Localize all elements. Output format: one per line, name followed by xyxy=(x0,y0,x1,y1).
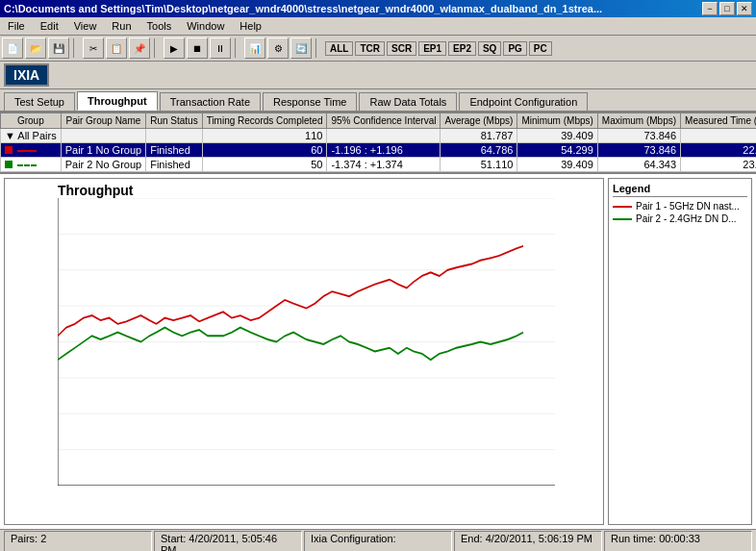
legend-item-pair2: Pair 2 - 2.4GHz DN D... xyxy=(613,213,747,224)
chart-svg: 77.700 70.000 60.000 50.000 40.000 30.00… xyxy=(58,198,555,486)
tab-raw-data[interactable]: Raw Data Totals xyxy=(359,92,457,111)
status-bar: Pairs: 2 Start: 4/20/2011, 5:05:46 PM Ix… xyxy=(0,529,756,551)
tb-refresh[interactable]: 🔄 xyxy=(290,38,312,59)
col-average: Average (Mbps) xyxy=(441,113,517,129)
allpairs-average: 81.787 xyxy=(441,129,517,143)
allpairs-maximum: 73.846 xyxy=(597,129,680,143)
menu-run[interactable]: Run xyxy=(108,19,135,33)
legend-line-pair1 xyxy=(613,206,632,208)
menu-window[interactable]: Window xyxy=(183,19,228,33)
col-run-status: Run Status xyxy=(146,113,202,129)
allpairs-pair-group xyxy=(61,129,145,143)
menu-edit[interactable]: Edit xyxy=(37,19,63,33)
allpairs-group: ▼ All Pairs xyxy=(1,129,62,143)
main-content: Group Pair Group Name Run Status Timing … xyxy=(0,113,756,529)
toolbar-ep1-label[interactable]: EP1 xyxy=(418,41,446,56)
status-end: End: 4/20/2011, 5:06:19 PM xyxy=(454,531,602,551)
toolbar-separator-1 xyxy=(73,38,79,58)
menu-help[interactable]: Help xyxy=(236,19,265,33)
pair1-records: 60 xyxy=(202,143,327,158)
tab-test-setup[interactable]: Test Setup xyxy=(4,92,75,111)
tb-open[interactable]: 📂 xyxy=(25,38,46,59)
table-row-pair1[interactable]: Pair 1 No Group Finished 60 -1.196 : +1.… xyxy=(1,143,757,158)
pair1-measured: 22.227 xyxy=(681,143,756,158)
legend-label-pair2: Pair 2 - 2.4GHz DN D... xyxy=(636,213,736,224)
tab-bar: Test Setup Throughput Transaction Rate R… xyxy=(0,91,756,113)
menu-bar: File Edit View Run Tools Window Help xyxy=(0,17,756,36)
status-ixia-config: Ixia Configuration: xyxy=(304,531,452,551)
col-records: Timing Records Completed xyxy=(202,113,327,129)
toolbar-pc-label[interactable]: PC xyxy=(529,41,552,56)
toolbar-ep2-label[interactable]: EP2 xyxy=(448,41,476,56)
toolbar-sq-label[interactable]: SQ xyxy=(478,41,501,56)
pair2-group xyxy=(1,158,62,172)
tb-run[interactable]: ▶ xyxy=(164,38,185,59)
table-row-pair2[interactable]: Pair 2 No Group Finished 50 -1.374 : +1.… xyxy=(1,158,757,172)
toolbar-separator-3 xyxy=(235,38,240,58)
tb-copy[interactable]: 📋 xyxy=(106,38,127,59)
tb-chart[interactable]: 📊 xyxy=(244,38,265,59)
status-run-time: Run time: 00:00:33 xyxy=(604,531,752,551)
pair2-minimum: 39.409 xyxy=(517,158,597,172)
results-table: Group Pair Group Name Run Status Timing … xyxy=(0,113,756,172)
tb-save[interactable]: 💾 xyxy=(48,38,69,59)
legend-line-pair2 xyxy=(613,218,632,220)
allpairs-label: All Pairs xyxy=(17,130,56,141)
toolbar-tcr-label[interactable]: TCR xyxy=(355,41,385,56)
tb-cut[interactable]: ✂ xyxy=(83,38,104,59)
chart-title: Throughput xyxy=(58,183,134,198)
col-confidence: 95% Confidence Interval xyxy=(327,113,441,129)
tab-transaction-rate[interactable]: Transaction Rate xyxy=(160,92,261,111)
data-table-container: Group Pair Group Name Run Status Timing … xyxy=(0,113,756,174)
tb-pause[interactable]: ⏸ xyxy=(210,38,231,59)
chart-container: Throughput 77.700 70.000 60.000 5 xyxy=(0,174,756,529)
tb-new[interactable]: 📄 xyxy=(2,38,23,59)
tab-endpoint-config[interactable]: Endpoint Configuration xyxy=(459,92,588,111)
pair2-name: Pair 2 No Group xyxy=(61,158,145,172)
maximize-button[interactable]: □ xyxy=(719,2,735,15)
pair1-maximum: 73.846 xyxy=(597,143,680,158)
menu-file[interactable]: File xyxy=(4,19,29,33)
tb-stop[interactable]: ⏹ xyxy=(187,38,208,59)
menu-view[interactable]: View xyxy=(70,19,101,33)
pair2-measured: 23.479 xyxy=(681,158,756,172)
col-minimum: Minimum (Mbps) xyxy=(517,113,597,129)
toolbar-scr-label[interactable]: SCR xyxy=(387,41,416,56)
minimize-button[interactable]: − xyxy=(702,2,718,15)
table-row-allpairs[interactable]: ▼ All Pairs 110 81.787 39.409 73.846 xyxy=(1,129,757,143)
pair1-confidence: -1.196 : +1.196 xyxy=(327,143,441,158)
pair1-name: Pair 1 No Group xyxy=(61,143,145,158)
allpairs-run-status xyxy=(146,129,202,143)
toolbar-all-label[interactable]: ALL xyxy=(325,41,353,56)
toolbar-pg-label[interactable]: PG xyxy=(503,41,526,56)
col-pair-group: Pair Group Name xyxy=(61,113,145,129)
pair1-status: Finished xyxy=(146,143,202,158)
allpairs-measured xyxy=(681,129,756,143)
chart-area: Throughput 77.700 70.000 60.000 5 xyxy=(4,178,604,525)
window-controls: − □ ✕ xyxy=(702,2,752,15)
pair1-group xyxy=(1,143,62,158)
col-measured-time: Measured Time (sec) xyxy=(681,113,756,129)
allpairs-records: 110 xyxy=(202,129,327,143)
pair2-average: 51.110 xyxy=(441,158,517,172)
toolbar: 📄 📂 💾 ✂ 📋 📌 ▶ ⏹ ⏸ 📊 ⚙ 🔄 ALL TCR SCR EP1 … xyxy=(0,36,756,62)
toolbar-separator-2 xyxy=(154,38,160,58)
legend-label-pair1: Pair 1 - 5GHz DN nast... xyxy=(636,201,740,212)
tab-throughput[interactable]: Throughput xyxy=(77,91,158,111)
tb-settings[interactable]: ⚙ xyxy=(267,38,289,59)
status-start: Start: 4/20/2011, 5:05:46 PM xyxy=(154,531,302,551)
col-maximum: Maximum (Mbps) xyxy=(597,113,680,129)
tb-paste[interactable]: 📌 xyxy=(129,38,150,59)
pair2-maximum: 64.343 xyxy=(597,158,680,172)
toolbar-separator-4 xyxy=(315,38,321,58)
title-bar: C:\Documents and Settings\Tim\Desktop\ne… xyxy=(0,0,756,17)
pair2-confidence: -1.374 : +1.374 xyxy=(327,158,441,172)
close-button[interactable]: ✕ xyxy=(737,2,752,15)
expand-icon[interactable]: ▼ xyxy=(5,130,15,141)
window-title: C:\Documents and Settings\Tim\Desktop\ne… xyxy=(4,3,602,14)
legend-title: Legend xyxy=(613,183,747,197)
tab-response-time[interactable]: Response Time xyxy=(263,92,357,111)
col-group: Group xyxy=(1,113,62,129)
pair1-average: 64.786 xyxy=(441,143,517,158)
menu-tools[interactable]: Tools xyxy=(143,19,176,33)
